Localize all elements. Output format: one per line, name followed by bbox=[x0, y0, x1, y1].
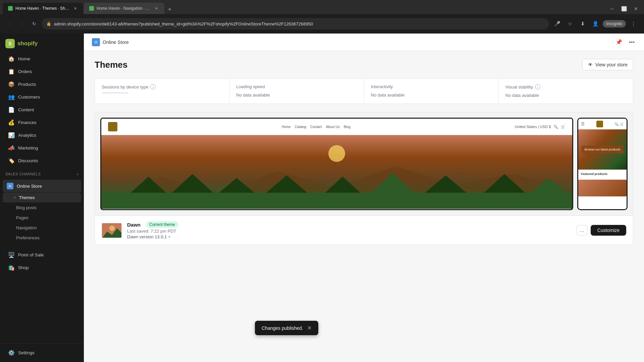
page-title: Themes bbox=[95, 60, 127, 70]
customers-icon: 👥 bbox=[8, 94, 15, 100]
orders-icon: 📋 bbox=[8, 68, 15, 75]
browser-tab-2[interactable]: Home Haven · Navigation · Sho... ✕ bbox=[84, 3, 164, 14]
theme-actions: ... Customize bbox=[577, 225, 626, 236]
finances-icon: 💰 bbox=[8, 119, 15, 126]
metric-sessions-label: Sessions by device type bbox=[102, 84, 148, 89]
more-button[interactable]: ••• bbox=[628, 38, 636, 47]
tab-title-2: Home Haven · Navigation · Sho... bbox=[97, 6, 151, 11]
sidebar-subitem-pages[interactable]: Pages bbox=[3, 213, 81, 223]
svg-point-14 bbox=[109, 226, 115, 231]
metric-loading-header: Loading speed bbox=[236, 84, 357, 89]
metric-loading-label: Loading speed bbox=[236, 84, 265, 89]
mobile-search-icon: 🔍 bbox=[614, 122, 619, 126]
shopify-logo[interactable]: S shopify bbox=[5, 39, 38, 48]
close-button[interactable]: ✕ bbox=[631, 3, 641, 14]
mobile-logo bbox=[596, 121, 603, 127]
tab-close-2[interactable]: ✕ bbox=[154, 6, 159, 11]
sidebar-label-settings: Settings bbox=[18, 350, 35, 355]
sidebar-item-finances[interactable]: 💰 Finances bbox=[3, 116, 81, 129]
metric-loading: Loading speed No data available bbox=[229, 79, 364, 104]
hero-mountains-svg: ~~ ~~ bbox=[101, 155, 572, 209]
page-content: Themes 👁 View your store Sessions by dev… bbox=[84, 51, 644, 253]
metric-sessions-info[interactable]: i bbox=[150, 84, 156, 89]
sidebar-label-discounts: Discounts bbox=[18, 158, 38, 163]
sidebar-item-discounts[interactable]: 🏷️ Discounts bbox=[3, 155, 81, 167]
sidebar-item-settings[interactable]: ⚙️ Settings bbox=[3, 347, 81, 359]
nav-link-about: About Us bbox=[326, 125, 340, 129]
analytics-icon: 📊 bbox=[8, 132, 15, 138]
metric-interactivity-label: Interactivity bbox=[371, 84, 393, 89]
forward-button[interactable]: → bbox=[17, 19, 27, 28]
sidebar-item-online-store[interactable]: H Online Store bbox=[3, 180, 81, 192]
metric-sessions-header: Sessions by device type i bbox=[102, 84, 222, 89]
view-store-button[interactable]: 👁 View your store bbox=[582, 59, 633, 70]
sidebar-sublabel-themes: Themes bbox=[19, 195, 35, 200]
theme-thumbnail-img bbox=[102, 223, 122, 238]
online-store-icon: H bbox=[7, 183, 13, 189]
maximize-button[interactable]: ⬜ bbox=[619, 3, 629, 14]
main-content: H Online Store 📌 ••• Themes 👁 View your … bbox=[84, 34, 644, 362]
new-tab-button[interactable]: + bbox=[165, 5, 174, 14]
incognito-label: Incognito bbox=[603, 20, 626, 27]
home-icon: 🏠 bbox=[8, 56, 15, 62]
address-bar[interactable]: 🔒 admin.shopify.com/store/de8143-a6/them… bbox=[42, 18, 549, 29]
pin-button[interactable]: 📌 bbox=[614, 38, 624, 47]
theme-details: Dawn Current theme Last saved: 7:22 pm P… bbox=[127, 221, 178, 239]
sidebar-subitem-blog-posts[interactable]: Blog posts bbox=[3, 203, 81, 213]
mobile-browse-text: Browse our latest products bbox=[585, 148, 621, 151]
top-bar-actions: 📌 ••• bbox=[614, 38, 636, 47]
sidebar-label-marketing: Marketing bbox=[18, 145, 38, 150]
mobile-menu-icon: ☰ bbox=[581, 122, 585, 126]
media-button[interactable]: 🎤 bbox=[552, 18, 562, 29]
sidebar-item-orders[interactable]: 📋 Orders bbox=[3, 65, 81, 78]
sidebar-item-marketing[interactable]: 📣 Marketing bbox=[3, 142, 81, 154]
shopify-icon: S bbox=[5, 39, 15, 48]
expand-icon[interactable]: › bbox=[77, 171, 78, 177]
url-text: admin.shopify.com/store/de8143-a6/themes… bbox=[54, 21, 544, 26]
sidebar-item-analytics[interactable]: 📊 Analytics bbox=[3, 129, 81, 141]
metric-visual-info[interactable]: i bbox=[535, 84, 540, 89]
search-icon-store: 🔍 bbox=[553, 125, 558, 129]
sidebar-item-content[interactable]: 📄 Content bbox=[3, 104, 81, 116]
store-nav-links: Home Catalog Contact About Us Blog bbox=[282, 125, 351, 129]
browser-tab-1[interactable]: Home Haven · Themes · Shopif... ✕ bbox=[3, 3, 83, 14]
back-button[interactable]: ← bbox=[5, 19, 15, 28]
tab-close-1[interactable]: ✕ bbox=[72, 6, 78, 11]
more-actions-button[interactable]: ... bbox=[577, 225, 587, 236]
sidebar-item-home[interactable]: 🏠 Home bbox=[3, 53, 81, 65]
theme-version: Dawn version 13.0.1 ▾ bbox=[127, 234, 178, 239]
bookmark-button[interactable]: ☆ bbox=[565, 18, 575, 29]
sidebar-item-products[interactable]: 📦 Products bbox=[3, 78, 81, 90]
sidebar-subitem-themes[interactable]: • Themes bbox=[3, 193, 81, 202]
sidebar-item-pos[interactable]: 🖥️ Point of Sale bbox=[3, 249, 81, 261]
store-nav-right: United States | USD $ 🔍 🛒 bbox=[515, 125, 566, 129]
customize-button[interactable]: Customize bbox=[591, 225, 626, 236]
version-chevron-icon: ▾ bbox=[168, 235, 170, 239]
sidebar-label-online-store: Online Store bbox=[17, 184, 42, 189]
mobile-preview: ☰ 🔍 🛒 Browse our latest products bbox=[577, 118, 628, 210]
shopify-text: shopify bbox=[17, 40, 38, 47]
sidebar-label-pos: Point of Sale bbox=[18, 252, 44, 257]
extensions-button[interactable]: ⋮ bbox=[628, 18, 639, 29]
sidebar-label-products: Products bbox=[18, 82, 36, 87]
metric-visual-label: Visual stability bbox=[505, 84, 533, 89]
browser-tabs: Home Haven · Themes · Shopif... ✕ Home H… bbox=[0, 0, 644, 14]
profile-button[interactable]: 👤 bbox=[590, 18, 601, 29]
reload-button[interactable]: ↻ bbox=[30, 19, 39, 28]
mobile-icons: 🔍 🛒 bbox=[614, 122, 624, 126]
download-button[interactable]: ⬇ bbox=[577, 18, 588, 29]
sidebar-item-customers[interactable]: 👥 Customers bbox=[3, 91, 81, 103]
metric-loading-value: No data available bbox=[236, 93, 270, 98]
nav-link-blog: Blog bbox=[344, 125, 351, 129]
sidebar-subitem-preferences[interactable]: Preferences bbox=[3, 233, 81, 243]
current-theme-badge: Current theme bbox=[146, 221, 178, 228]
sidebar-label-orders: Orders bbox=[18, 69, 32, 74]
toast-close-button[interactable]: ✕ bbox=[307, 325, 312, 331]
toast-message: Changes published. bbox=[262, 325, 303, 331]
nav-link-home: Home bbox=[282, 125, 291, 129]
sidebar-item-shop[interactable]: 🛍️ Shop bbox=[3, 261, 81, 274]
mobile-preview-inner: ☰ 🔍 🛒 Browse our latest products bbox=[578, 119, 627, 209]
sidebar-subitem-navigation[interactable]: Navigation bbox=[3, 223, 81, 233]
minimize-button[interactable]: ─ bbox=[606, 3, 617, 14]
theme-info-bar: Dawn Current theme Last saved: 7:22 pm P… bbox=[95, 216, 633, 245]
